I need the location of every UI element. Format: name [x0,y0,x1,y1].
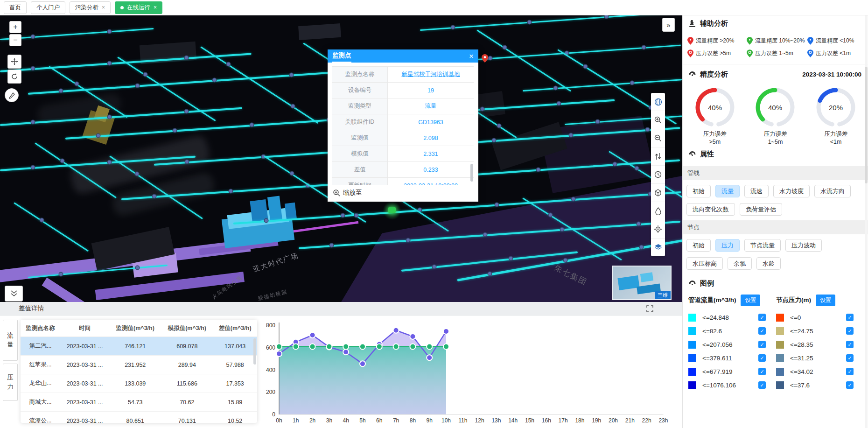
plus-button[interactable]: + [9,21,21,33]
pipe-node[interactable] [630,81,634,84]
globe-tool-button[interactable] [651,93,665,111]
monitored-point[interactable] [393,328,399,333]
pipe-node[interactable] [605,15,608,18]
table-row[interactable]: 商城大...2023-03-31 ...54.7370.6215.89 [21,393,257,412]
pipe-segment[interactable] [117,56,216,121]
monitored-point[interactable] [443,329,449,334]
pipe-segment[interactable] [523,79,682,91]
rotate-button[interactable] [7,70,21,84]
simulated-point[interactable] [377,344,382,350]
tab-首页[interactable]: 首页 [4,1,27,14]
pipe-segment[interactable] [200,46,318,124]
sidebar-collapse-button[interactable]: » [662,18,675,32]
pipe-node[interactable] [108,30,111,33]
table-row[interactable]: 红苹果...2023-03-31 ...231.952289.9457.988 [21,356,257,374]
pipe-node[interactable] [640,246,643,249]
pipe-node[interactable] [489,56,492,60]
legend-checkbox[interactable]: ✓ [758,354,766,362]
attr-button-压力波动[interactable]: 压力波动 [785,239,822,252]
legend-checkbox[interactable]: ✓ [846,327,854,335]
tab-在线运行[interactable]: 在线运行× [115,1,162,14]
minus-button[interactable]: − [9,34,21,46]
pipe-node[interactable] [596,120,599,123]
simulated-point[interactable] [427,344,432,350]
pipe-node[interactable] [144,73,147,76]
attr-button-流速[interactable]: 流速 [744,185,769,197]
pipe-node[interactable] [495,203,498,206]
tab-close-icon[interactable]: × [154,4,157,11]
swap-vertical-tool-button[interactable] [651,147,665,166]
panel-collapse-button[interactable] [5,286,23,302]
pipe-node[interactable] [290,73,293,77]
pipe-node[interactable] [97,134,100,137]
legend-checkbox[interactable]: ✓ [758,314,766,321]
pipe-node[interactable] [528,21,531,24]
pipe-segment[interactable] [0,107,242,126]
zoom-to-button[interactable]: 缩放至 [328,185,478,201]
monitored-point[interactable] [360,361,365,366]
monitored-point[interactable] [276,351,282,357]
sidebar-scrollbar-track[interactable] [865,15,868,428]
attr-button-节点流量[interactable]: 节点流量 [744,239,781,252]
attr-button-初始[interactable]: 初始 [686,239,711,252]
legend-checkbox[interactable]: ✓ [846,354,854,362]
popup-close-icon[interactable]: × [469,52,474,60]
alarm-pin-icon[interactable] [482,54,488,63]
legend-checkbox[interactable]: ✓ [758,327,766,335]
attr-button-流向变化次数[interactable]: 流向变化次数 [686,203,735,216]
legend-settings-button[interactable]: 设置 [816,295,835,306]
pipe-node[interactable] [265,219,268,222]
monitored-point[interactable] [310,332,315,338]
simulated-point[interactable] [276,344,282,350]
droplet-tool-button[interactable] [651,202,665,220]
legend-checkbox[interactable]: ✓ [846,381,854,389]
simulated-point[interactable] [410,344,415,350]
tab-污染分析[interactable]: 污染分析× [70,1,111,14]
attr-button-负荷量评估[interactable]: 负荷量评估 [740,203,782,216]
pipe-node[interactable] [290,172,294,175]
simulated-point[interactable] [393,344,399,350]
attr-button-水流方向[interactable]: 水流方向 [814,185,851,197]
tab-个人门户[interactable]: 个人门户 [31,1,65,14]
simulated-point[interactable] [326,344,332,350]
legend-settings-button[interactable]: 设置 [741,295,760,306]
pipe-node[interactable] [153,195,156,198]
attr-button-余氯[interactable]: 余氯 [728,257,752,270]
pipe-node[interactable] [59,273,63,276]
pipe-node[interactable] [31,166,35,169]
monitored-point[interactable] [427,355,432,360]
pipe-node[interactable] [31,120,35,124]
pipe-node[interactable] [59,89,63,92]
pipe-node[interactable] [497,124,501,127]
pipe-segment[interactable] [420,15,681,31]
fullscreen-icon[interactable] [646,305,653,312]
minimap[interactable]: 三维 [612,266,672,300]
pipe-node[interactable] [31,67,35,70]
pipe-node[interactable] [503,46,506,49]
legend-checkbox[interactable]: ✓ [846,368,854,375]
pipe-node[interactable] [481,107,484,111]
hourly-line-chart[interactable]: 02004006008000h1h2h3h4h5h6h7h8h9h10h11h1… [256,316,676,428]
pick-button[interactable] [5,88,19,102]
monitored-point[interactable] [410,334,415,339]
tab-close-icon[interactable]: × [102,4,105,11]
locate-tool-button[interactable] [651,220,665,239]
legend-checkbox[interactable]: ✓ [758,341,766,348]
pipe-node[interactable] [136,266,139,269]
simulated-point[interactable] [310,344,315,350]
simulated-point[interactable] [293,344,299,350]
minimap-3d-badge[interactable]: 三维 [655,291,671,299]
history-tool-button[interactable] [651,166,665,184]
pipe-node[interactable] [227,63,230,66]
attr-button-初始[interactable]: 初始 [686,185,711,197]
table-row[interactable]: 第二汽...2023-03-31 ...746.121609.078137.04… [21,337,257,356]
simulated-point[interactable] [443,344,449,350]
cube-tool-button[interactable] [651,184,665,202]
move-button[interactable] [7,55,21,69]
legend-checkbox[interactable]: ✓ [846,314,854,321]
pipe-segment[interactable] [0,28,154,40]
metric-tab-压力[interactable]: 压力 [3,364,18,401]
pipe-node[interactable] [330,244,333,247]
metric-tab-流量[interactable]: 流量 [3,320,18,361]
pipe-segment[interactable] [476,29,571,91]
